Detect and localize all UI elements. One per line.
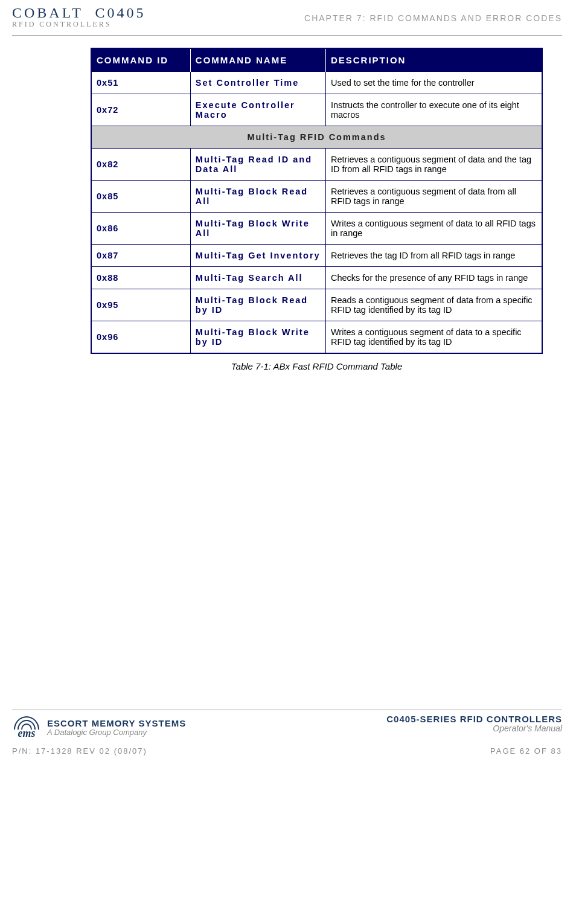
chapter-title: CHAPTER 7: RFID COMMANDS AND ERROR CODES: [304, 13, 562, 23]
cell-description: Instructs the controller to execute one …: [325, 94, 542, 126]
footer-bottom: P/N: 17-1328 REV 02 (08/07) PAGE 62 OF 8…: [12, 746, 562, 756]
ems-logo-icon: ems: [12, 714, 41, 740]
table-row: 0x72Execute Controller MacroInstructs th…: [91, 94, 542, 126]
logo-line2: RFID CONTROLLERS: [12, 20, 146, 29]
cell-command-name: Set Controller Time: [190, 72, 325, 94]
cell-description: Retrieves a contiguous segment of data a…: [325, 149, 542, 181]
cell-command-id: 0x96: [91, 321, 190, 354]
page-footer: ems ESCORT MEMORY SYSTEMS A Datalogic Gr…: [0, 710, 579, 763]
footer-right: C0405-SERIES RFID CONTROLLERS Operator's…: [386, 714, 562, 733]
table-row: 0x85Multi-Tag Block Read AllRetrieves a …: [91, 181, 542, 213]
footer-product: C0405-SERIES RFID CONTROLLERS: [386, 714, 562, 724]
section-label: Multi-Tag RFID Commands: [91, 126, 542, 149]
command-table: COMMAND ID COMMAND NAME DESCRIPTION 0x51…: [91, 48, 543, 354]
cell-command-name: Multi-Tag Read ID and Data All: [190, 149, 325, 181]
cell-command-id: 0x86: [91, 213, 190, 245]
table-header-row: COMMAND ID COMMAND NAME DESCRIPTION: [91, 48, 542, 72]
main-content: COMMAND ID COMMAND NAME DESCRIPTION 0x51…: [0, 36, 579, 371]
divider-bottom: [12, 710, 562, 710]
table-row: 0x88Multi-Tag Search AllChecks for the p…: [91, 267, 542, 289]
logo-block: COBALT C0405 RFID CONTROLLERS: [12, 5, 146, 29]
cell-command-name: Multi-Tag Block Read by ID: [190, 289, 325, 321]
page-header: COBALT C0405 RFID CONTROLLERS CHAPTER 7:…: [0, 0, 579, 34]
table-row: 0x51Set Controller TimeUsed to set the t…: [91, 72, 542, 94]
logo-brand: COBALT: [12, 5, 83, 21]
cell-description: Retrieves a contiguous segment of data f…: [325, 181, 542, 213]
logo-model: C0405: [95, 5, 146, 21]
cell-command-id: 0x72: [91, 94, 190, 126]
cell-description: Writes a contiguous segment of data to a…: [325, 213, 542, 245]
cell-command-id: 0x51: [91, 72, 190, 94]
header-command-id: COMMAND ID: [91, 48, 190, 72]
footer-left: ems ESCORT MEMORY SYSTEMS A Datalogic Gr…: [12, 714, 186, 740]
footer-manual: Operator's Manual: [386, 723, 562, 733]
header-description: DESCRIPTION: [325, 48, 542, 72]
cell-description: Retrieves the tag ID from all RFID tags …: [325, 245, 542, 267]
section-row: Multi-Tag RFID Commands: [91, 126, 542, 149]
table-body: 0x51Set Controller TimeUsed to set the t…: [91, 72, 542, 354]
table-row: 0x82Multi-Tag Read ID and Data AllRetrie…: [91, 149, 542, 181]
part-number: P/N: 17-1328 REV 02 (08/07): [12, 746, 147, 756]
cell-command-id: 0x95: [91, 289, 190, 321]
cell-description: Checks for the presence of any RFID tags…: [325, 267, 542, 289]
table-row: 0x96Multi-Tag Block Write by IDWrites a …: [91, 321, 542, 354]
table-row: 0x87Multi-Tag Get InventoryRetrieves the…: [91, 245, 542, 267]
cell-command-id: 0x85: [91, 181, 190, 213]
cell-command-name: Multi-Tag Search All: [190, 267, 325, 289]
cell-description: Reads a contiguous segment of data from …: [325, 289, 542, 321]
cell-description: Used to set the time for the controller: [325, 72, 542, 94]
logo-line1: COBALT C0405: [12, 5, 146, 21]
cell-description: Writes a contiguous segment of data to a…: [325, 321, 542, 354]
table-row: 0x86Multi-Tag Block Write AllWrites a co…: [91, 213, 542, 245]
cell-command-id: 0x82: [91, 149, 190, 181]
cell-command-name: Execute Controller Macro: [190, 94, 325, 126]
cell-command-id: 0x87: [91, 245, 190, 267]
cell-command-name: Multi-Tag Block Write All: [190, 213, 325, 245]
cell-command-name: Multi-Tag Get Inventory: [190, 245, 325, 267]
cell-command-name: Multi-Tag Block Read All: [190, 181, 325, 213]
header-command-name: COMMAND NAME: [190, 48, 325, 72]
footer-company: ESCORT MEMORY SYSTEMS: [47, 718, 186, 728]
page-number: PAGE 62 OF 83: [490, 746, 562, 756]
table-caption: Table 7-1: ABx Fast RFID Command Table: [91, 361, 543, 371]
cell-command-name: Multi-Tag Block Write by ID: [190, 321, 325, 354]
footer-tagline: A Datalogic Group Company: [47, 728, 186, 737]
cell-command-id: 0x88: [91, 267, 190, 289]
table-row: 0x95Multi-Tag Block Read by IDReads a co…: [91, 289, 542, 321]
